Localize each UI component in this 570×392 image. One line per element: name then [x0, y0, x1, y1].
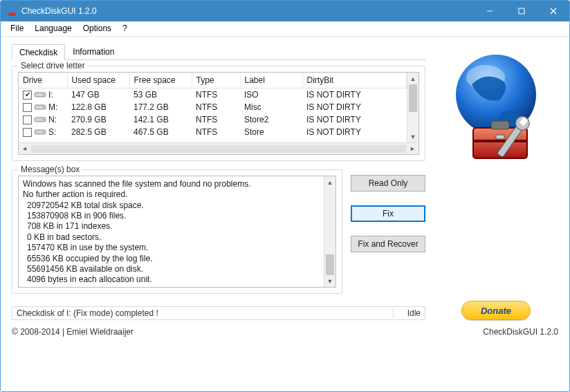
- svg-rect-19: [496, 135, 504, 139]
- status-text: Checkdisk of I: (Fix mode) completed !: [17, 308, 158, 318]
- scroll-left-icon[interactable]: ◄: [19, 145, 30, 152]
- table-row[interactable]: I:147 GB53 GBNTFSISOIS NOT DIRTY: [19, 88, 407, 102]
- footer-version: CheckDiskGUI 1.2.0: [483, 327, 558, 337]
- drive-hscrollbar[interactable]: ◄ ►: [19, 142, 419, 154]
- svg-point-0: [8, 6, 15, 13]
- drive-letter: I:: [48, 90, 53, 100]
- window-title: CheckDiskGUI 1.2.0: [21, 6, 474, 16]
- copyright-text: © 2008-2014 | Emiel Wieldraaijer: [12, 327, 134, 337]
- scroll-thumb[interactable]: [409, 84, 417, 112]
- drive-letter: M:: [48, 102, 57, 112]
- svg-point-11: [43, 119, 44, 120]
- svg-point-7: [43, 94, 44, 95]
- drive-dirty: IS NOT DIRTY: [302, 113, 407, 126]
- menubar: File Language Options ?: [1, 21, 569, 37]
- drive-used: 122.8 GB: [67, 101, 129, 113]
- scroll-up-icon[interactable]: ▲: [407, 73, 419, 84]
- close-button[interactable]: [537, 1, 569, 21]
- message-line: 153870908 KB in 906 files.: [23, 211, 320, 221]
- scroll-up-icon[interactable]: ▲: [324, 176, 335, 188]
- col-free[interactable]: Free space: [129, 73, 192, 88]
- table-row[interactable]: S:282.5 GB467.5 GBNTFSStoreIS NOT DIRTY: [19, 126, 407, 138]
- svg-rect-1: [8, 12, 15, 16]
- drive-checkbox[interactable]: [23, 115, 32, 124]
- drive-letter: S:: [48, 127, 56, 137]
- read-only-button[interactable]: Read Only: [351, 175, 425, 192]
- message-line: 4096 bytes in each allocation unit.: [23, 274, 320, 285]
- drive-label: Misc: [240, 101, 302, 113]
- drive-used: 282.5 GB: [67, 126, 129, 138]
- fix-recover-button[interactable]: Fix and Recover: [351, 236, 425, 252]
- drive-label: Store: [240, 126, 302, 138]
- drive-free: 53 GB: [129, 88, 192, 102]
- col-type[interactable]: Type: [192, 73, 240, 88]
- drive-label: ISO: [240, 88, 302, 102]
- titlebar: CheckDiskGUI 1.2.0: [1, 1, 569, 21]
- message-line: 157470 KB in use by the system.: [23, 243, 320, 253]
- scroll-thumb[interactable]: [326, 254, 334, 275]
- drive-free: 467.5 GB: [129, 126, 192, 138]
- app-icon: [6, 6, 17, 17]
- message-line: 55691456 KB available on disk.: [23, 264, 320, 274]
- drive-used: 270.9 GB: [67, 113, 129, 126]
- drive-used: 147 GB: [67, 88, 129, 102]
- drive-checkbox[interactable]: [23, 91, 32, 100]
- status-bar: Checkdisk of I: (Fix mode) completed ! I…: [12, 306, 425, 320]
- scroll-right-icon[interactable]: ►: [407, 145, 419, 152]
- drive-checkbox[interactable]: [23, 128, 32, 137]
- footer: © 2008-2014 | Emiel Wieldraaijer CheckDi…: [1, 324, 569, 342]
- menu-options[interactable]: Options: [77, 21, 117, 36]
- app-illustration: [437, 46, 555, 171]
- drive-dirty: IS NOT DIRTY: [302, 101, 407, 113]
- table-row[interactable]: N:270.9 GB142.1 GBNTFSStore2IS NOT DIRTY: [19, 113, 407, 126]
- drive-vscrollbar[interactable]: ▲ ▼: [407, 73, 419, 142]
- col-used[interactable]: Used space: [67, 73, 129, 88]
- status-idle: Idle: [393, 308, 421, 318]
- col-label[interactable]: Label: [240, 73, 302, 88]
- message-line: 0 KB in bad sectors.: [23, 232, 320, 243]
- group-messages-label: Message(s) box: [18, 165, 82, 174]
- drive-dirty: IS NOT DIRTY: [302, 88, 407, 102]
- svg-point-13: [43, 131, 44, 133]
- message-line: 708 KB in 171 indexes.: [23, 221, 320, 232]
- scroll-down-icon[interactable]: ▼: [407, 131, 419, 142]
- svg-rect-17: [473, 140, 527, 142]
- scroll-down-icon[interactable]: ▼: [324, 275, 335, 287]
- group-select-drive-label: Select drive letter: [18, 61, 88, 71]
- drive-type: NTFS: [192, 126, 240, 138]
- drive-label: Store2: [240, 113, 302, 126]
- maximize-button[interactable]: [506, 1, 537, 21]
- col-dirty[interactable]: DirtyBit: [302, 73, 407, 88]
- message-line: 52430135 total allocation units on disk.: [23, 286, 320, 287]
- drive-dirty: IS NOT DIRTY: [302, 126, 407, 138]
- drive-free: 177.2 GB: [129, 101, 192, 113]
- fix-button[interactable]: Fix: [351, 205, 425, 222]
- drive-table[interactable]: Drive Used space Free space Type Label D…: [19, 73, 407, 138]
- message-line: No further action is required.: [23, 189, 320, 200]
- drive-type: NTFS: [192, 101, 240, 113]
- menu-help[interactable]: ?: [117, 21, 133, 36]
- drive-type: NTFS: [192, 113, 240, 126]
- minimize-button[interactable]: [474, 1, 506, 21]
- table-row[interactable]: M:122.8 GB177.2 GBNTFSMiscIS NOT DIRTY: [19, 101, 407, 113]
- group-select-drive: Select drive letter Drive Used space Fre…: [12, 66, 425, 161]
- drive-letter: N:: [48, 115, 57, 124]
- col-drive[interactable]: Drive: [19, 73, 67, 88]
- messages-vscrollbar[interactable]: ▲ ▼: [324, 176, 335, 287]
- scroll-hthumb[interactable]: [31, 145, 406, 153]
- tab-information[interactable]: Information: [65, 44, 122, 59]
- tabstrip: Checkdisk Information: [12, 44, 425, 60]
- svg-rect-3: [519, 8, 524, 14]
- donate-button[interactable]: Donate: [461, 301, 531, 320]
- menu-file[interactable]: File: [5, 21, 29, 36]
- message-line: Windows has scanned the file system and …: [23, 179, 320, 189]
- drive-checkbox[interactable]: [23, 103, 32, 112]
- menu-language[interactable]: Language: [29, 21, 77, 36]
- message-output[interactable]: Windows has scanned the file system and …: [19, 176, 324, 287]
- drive-free: 142.1 GB: [129, 113, 192, 126]
- svg-rect-18: [491, 121, 509, 129]
- message-line: 65536 KB occupied by the log file.: [23, 254, 320, 264]
- drive-type: NTFS: [192, 88, 240, 102]
- tab-checkdisk[interactable]: Checkdisk: [12, 44, 65, 60]
- svg-point-9: [43, 106, 44, 108]
